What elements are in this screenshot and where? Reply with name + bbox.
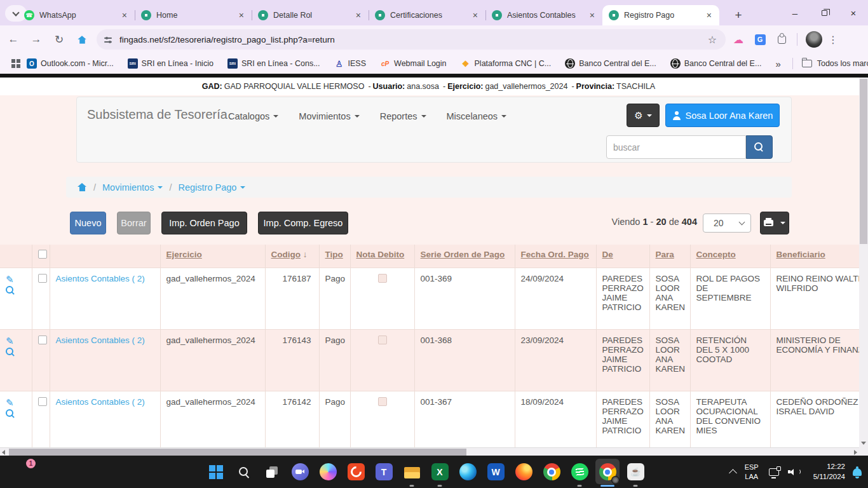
browser-menu-button[interactable]: ⋮ [823, 34, 846, 46]
tab-close-icon[interactable]: × [236, 10, 247, 20]
scroll-right-arrow[interactable] [854, 450, 857, 455]
tab-whatsapp[interactable]: WhatsApp × [18, 5, 135, 25]
asientos-contables-link[interactable]: Asientos Contables ( 2) [56, 397, 145, 407]
home-button[interactable] [72, 30, 92, 49]
forward-button[interactable]: → [27, 30, 46, 49]
network-icon[interactable] [769, 468, 779, 476]
url-text[interactable]: fingads.net/sf2/tesoreria/registro_pago_… [119, 35, 703, 44]
reload-button[interactable]: ↻ [50, 30, 69, 49]
new-tab-button[interactable]: + [729, 6, 747, 24]
edge-button[interactable] [454, 456, 482, 488]
restore-button[interactable] [810, 0, 839, 25]
row-checkbox[interactable] [38, 397, 47, 406]
bookmark-star-icon[interactable]: ☆ [703, 34, 722, 46]
view-icon[interactable] [6, 285, 15, 295]
nitro-pdf-button[interactable] [342, 456, 370, 488]
all-bookmarks-button[interactable]: Todos los marcadores [783, 58, 868, 69]
menu-miscelaneos[interactable]: Miscelaneos [447, 111, 507, 121]
address-bar[interactable]: fingads.net/sf2/tesoreria/registro_pago_… [97, 29, 726, 50]
task-view-button[interactable] [258, 456, 286, 488]
page-size-select[interactable]: 20 [703, 214, 751, 233]
scroll-down-arrow[interactable] [861, 442, 866, 445]
volume-icon[interactable] [788, 468, 802, 477]
header-ejercicio[interactable]: Ejercicio [166, 250, 202, 259]
user-button[interactable]: Sosa Loor Ana Karen [665, 104, 780, 127]
tab-close-icon[interactable]: × [119, 10, 130, 20]
search-button[interactable] [746, 135, 773, 159]
chat-app-button[interactable] [286, 456, 314, 488]
bookmark-bce-2[interactable]: Banco Central del E... [670, 58, 762, 69]
weather-extension-icon[interactable]: ☁ [729, 30, 747, 48]
tab-close-icon[interactable]: × [704, 10, 714, 20]
tab-home[interactable]: Home × [135, 5, 252, 25]
header-nota-debito[interactable]: Nota Debito [356, 250, 405, 259]
view-icon[interactable] [6, 409, 15, 418]
select-all-checkbox[interactable] [38, 250, 47, 259]
horizontal-scroll-thumb[interactable] [9, 449, 466, 456]
spotify-button[interactable] [566, 456, 593, 488]
minimize-button[interactable]: – [780, 0, 810, 25]
menu-reportes[interactable]: Reportes [380, 111, 426, 121]
vertical-scroll-thumb[interactable] [860, 79, 867, 244]
tab-registro-pago-active[interactable]: Registro Pago × [602, 5, 719, 25]
bookmark-cnc[interactable]: Plataforma CNC | C... [461, 58, 552, 69]
edit-icon[interactable]: ✎ [6, 274, 14, 285]
tab-asientos-contables[interactable]: Asientos Contables × [485, 5, 602, 25]
firefox-button[interactable] [510, 456, 538, 488]
header-beneficiario[interactable]: Beneficiario [776, 250, 825, 259]
row-checkbox[interactable] [38, 274, 47, 283]
translate-extension-icon[interactable] [751, 30, 769, 48]
tab-close-icon[interactable]: × [353, 10, 363, 20]
extensions-button[interactable] [773, 30, 790, 48]
scroll-left-arrow[interactable] [2, 450, 5, 455]
bookmark-outlook[interactable]: Outlook.com - Micr... [27, 58, 114, 69]
header-tipo[interactable]: Tipo [325, 250, 343, 259]
imp-orden-pago-button[interactable]: Imp. Orden Pago [161, 212, 247, 234]
home-icon[interactable] [78, 183, 87, 191]
imp-comp-egreso-button[interactable]: Imp. Comp. Egreso [258, 212, 348, 234]
breadcrumb-movimientos[interactable]: Movimientos [102, 182, 163, 193]
horizontal-scrollbar[interactable] [0, 447, 859, 456]
edit-icon[interactable]: ✎ [6, 336, 14, 346]
excel-button[interactable] [426, 456, 454, 488]
bookmark-bce-1[interactable]: Banco Central del E... [565, 58, 656, 69]
bookmarks-overflow-button[interactable]: » [775, 58, 780, 69]
java-app-button[interactable] [621, 456, 649, 488]
borrar-button[interactable]: Borrar [117, 212, 151, 234]
view-icon[interactable] [6, 347, 15, 356]
nuevo-button[interactable]: Nuevo [70, 212, 106, 234]
menu-catalogos[interactable]: Catalogos [228, 111, 278, 121]
header-codigo[interactable]: Codigo [271, 250, 301, 259]
header-para[interactable]: Para [656, 250, 674, 259]
chrome-button[interactable] [538, 456, 566, 488]
asientos-contables-link[interactable]: Asientos Contables ( 2) [56, 274, 145, 283]
taskbar-search-button[interactable] [230, 456, 258, 488]
chrome-active-button[interactable] [593, 456, 621, 488]
teams-button[interactable] [370, 456, 398, 488]
tab-detalle-rol[interactable]: Detalle Rol × [252, 5, 369, 25]
site-info-icon[interactable] [104, 36, 113, 44]
word-button[interactable] [482, 456, 510, 488]
bookmark-sri-inicio[interactable]: SRI en Línea - Inicio [128, 58, 214, 69]
header-serie-orden[interactable]: Serie Orden de Pago [421, 250, 505, 259]
menu-movimientos[interactable]: Movimientos [299, 111, 359, 121]
vertical-scrollbar[interactable] [859, 78, 868, 447]
tab-close-icon[interactable]: × [587, 10, 597, 20]
bookmark-webmail[interactable]: Webmail Login [380, 58, 446, 69]
print-button[interactable] [760, 212, 789, 234]
file-explorer-button[interactable] [398, 456, 426, 488]
header-fecha-orden[interactable]: Fecha Ord. Pago [521, 250, 589, 259]
edit-icon[interactable]: ✎ [6, 397, 14, 408]
tray-expand-icon[interactable] [729, 469, 737, 477]
tab-close-icon[interactable]: × [470, 10, 480, 20]
profile-avatar[interactable] [805, 30, 823, 48]
back-button[interactable]: ← [4, 30, 23, 49]
copilot-button[interactable] [314, 456, 342, 488]
start-button[interactable] [202, 456, 230, 488]
header-de[interactable]: De [602, 250, 613, 259]
language-indicator[interactable]: ESP LAA [745, 463, 759, 481]
taskbar-notification-app[interactable]: 1 [13, 462, 32, 481]
tab-certificaciones[interactable]: Certificaciones × [369, 5, 485, 25]
bookmark-iess[interactable]: IESS [334, 58, 367, 69]
bookmark-sri-cons[interactable]: SRI en Línea - Cons... [227, 58, 320, 69]
